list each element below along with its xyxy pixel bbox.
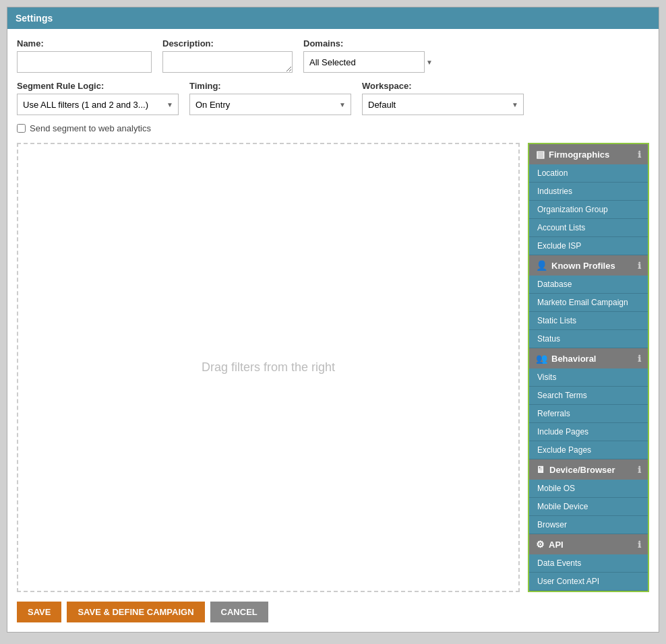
- timing-select-wrapper: On Entry: [189, 94, 351, 115]
- category-icon-device-browser: 🖥: [536, 464, 545, 475]
- category-icon-behavioral: 👥: [536, 353, 547, 364]
- settings-header: Settings: [7, 7, 659, 29]
- filter-panel: ▤ Firmographics ℹ LocationIndustriesOrga…: [528, 143, 649, 592]
- category-header-known-profiles[interactable]: 👤 Known Profiles ℹ: [529, 255, 648, 276]
- name-input[interactable]: [17, 51, 152, 73]
- filter-item[interactable]: Account Lists: [529, 219, 648, 237]
- category-label-device-browser: Device/Browser: [549, 465, 615, 475]
- info-icon-api[interactable]: ℹ: [638, 540, 641, 550]
- workspace-group: Workspace: Default: [362, 81, 524, 115]
- name-label: Name:: [17, 38, 152, 49]
- filter-item[interactable]: Organization Group: [529, 201, 648, 219]
- filter-item[interactable]: Status: [529, 330, 648, 348]
- domains-group: Domains: All Selected: [303, 38, 438, 73]
- info-icon-known-profiles[interactable]: ℹ: [638, 261, 641, 271]
- main-content: Drag filters from the right ▤ Firmograph…: [17, 143, 649, 592]
- analytics-checkbox[interactable]: [17, 124, 26, 133]
- category-label-behavioral: Behavioral: [551, 354, 596, 364]
- timing-label: Timing:: [189, 81, 351, 91]
- description-label: Description:: [162, 38, 293, 49]
- segment-rule-select-wrapper: Use ALL filters (1 and 2 and 3...): [17, 94, 179, 115]
- info-icon-device-browser[interactable]: ℹ: [638, 465, 641, 475]
- workspace-select-wrapper: Default: [362, 94, 524, 115]
- segment-rule-label: Segment Rule Logic:: [17, 81, 179, 91]
- filter-item[interactable]: Location: [529, 164, 648, 183]
- cancel-button[interactable]: CANCEL: [210, 602, 268, 622]
- filter-item[interactable]: Visits: [529, 368, 648, 387]
- info-icon-firmographics[interactable]: ℹ: [638, 150, 641, 160]
- filter-item[interactable]: Mobile OS: [529, 480, 648, 498]
- description-input[interactable]: [162, 51, 293, 73]
- category-icon-firmographics: ▤: [536, 149, 545, 160]
- domains-select[interactable]: All Selected: [303, 51, 425, 73]
- category-label-firmographics: Firmographics: [549, 150, 609, 160]
- category-label-api: API: [549, 540, 564, 550]
- filter-item[interactable]: Data Events: [529, 554, 648, 573]
- filter-item[interactable]: Mobile Device: [529, 498, 648, 516]
- info-icon-behavioral[interactable]: ℹ: [638, 354, 641, 364]
- filter-item[interactable]: Search Terms: [529, 387, 648, 405]
- filter-item[interactable]: Include Pages: [529, 423, 648, 441]
- settings-title: Settings: [16, 13, 53, 24]
- domains-label: Domains:: [303, 38, 438, 49]
- filter-item[interactable]: Industries: [529, 183, 648, 201]
- action-buttons: SAVE SAVE & DEFINE CAMPAIGN CANCEL: [17, 602, 649, 622]
- category-icon-known-profiles: 👤: [536, 260, 547, 271]
- workspace-label: Workspace:: [362, 81, 524, 91]
- category-header-firmographics[interactable]: ▤ Firmographics ℹ: [529, 144, 648, 164]
- domains-select-wrapper: All Selected: [303, 51, 438, 73]
- filter-item[interactable]: Marketo Email Campaign: [529, 294, 648, 312]
- analytics-label: Send segment to web analytics: [30, 123, 151, 133]
- timing-select[interactable]: On Entry: [189, 94, 351, 115]
- category-header-api[interactable]: ⚙ API ℹ: [529, 534, 648, 554]
- category-label-known-profiles: Known Profiles: [551, 261, 615, 271]
- timing-group: Timing: On Entry: [189, 81, 351, 115]
- drag-area-text: Drag filters from the right: [202, 360, 335, 375]
- filter-item[interactable]: Browser: [529, 516, 648, 534]
- settings-panel: Settings Name: Description: Domains: All: [7, 7, 659, 633]
- filter-item[interactable]: Referrals: [529, 405, 648, 423]
- segment-rule-group: Segment Rule Logic: Use ALL filters (1 a…: [17, 81, 179, 115]
- category-header-behavioral[interactable]: 👥 Behavioral ℹ: [529, 348, 648, 368]
- category-icon-api: ⚙: [536, 539, 545, 550]
- drag-area: Drag filters from the right: [17, 143, 520, 592]
- save-define-button[interactable]: SAVE & DEFINE CAMPAIGN: [67, 602, 204, 622]
- segment-rule-select[interactable]: Use ALL filters (1 and 2 and 3...): [17, 94, 179, 115]
- filter-item[interactable]: Static Lists: [529, 312, 648, 330]
- checkbox-row: Send segment to web analytics: [17, 123, 649, 133]
- category-header-device-browser[interactable]: 🖥 Device/Browser ℹ: [529, 459, 648, 480]
- filter-item[interactable]: Exclude Pages: [529, 441, 648, 459]
- description-group: Description:: [162, 38, 293, 73]
- filter-item[interactable]: Database: [529, 276, 648, 294]
- name-group: Name:: [17, 38, 152, 73]
- workspace-select[interactable]: Default: [362, 94, 524, 115]
- save-button[interactable]: SAVE: [17, 602, 61, 622]
- filter-item[interactable]: Exclude ISP: [529, 237, 648, 255]
- filter-item[interactable]: User Context API: [529, 573, 648, 591]
